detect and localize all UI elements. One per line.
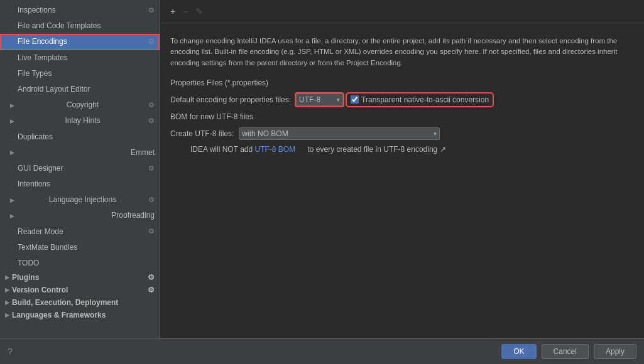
sidebar-item-label: GUI Designer [18, 163, 63, 174]
sidebar-item-label: Live Templates [18, 52, 68, 64]
info-text: To change encoding IntelliJ IDEA uses fo… [170, 36, 634, 68]
edit-button[interactable]: ✎ [193, 5, 205, 18]
sidebar-item-todo[interactable]: TODO [0, 255, 160, 271]
content-area: To change encoding IntelliJ IDEA uses fo… [160, 23, 644, 338]
sidebar-item-label: File Types [18, 68, 52, 80]
cancel-button[interactable]: Cancel [542, 344, 589, 359]
settings-icon: ⚙ [148, 226, 155, 237]
ok-button[interactable]: OK [501, 344, 536, 359]
idea-note-prefix: IDEA will NOT add [190, 145, 254, 154]
encoding-select[interactable]: UTF-8 ISO-8859-1 windows-1252 UTF-16 [296, 94, 343, 106]
expand-arrow: ▶ [10, 196, 14, 205]
sidebar-item-label: TODO [18, 257, 39, 269]
bom-select[interactable]: with NO BOM with BOM with BOM (recommend… [239, 127, 440, 140]
sidebar-group-plugins[interactable]: ▶ Plugins ⚙ [0, 271, 160, 284]
create-row: Create UTF-8 files: with NO BOM with BOM… [170, 127, 634, 140]
remove-button[interactable]: − [180, 5, 190, 18]
sidebar-item-label: Reader Mode [18, 226, 63, 238]
sidebar-item-android-layout-editor[interactable]: Android Layout Editor [0, 82, 160, 97]
settings-icon: ⚙ [148, 5, 155, 16]
settings-dialog: Inspections ⚙ File and Code Templates Fi… [0, 0, 644, 364]
expand-arrow: ▶ [10, 148, 14, 157]
sidebar-item-label: Duplicates [18, 131, 53, 143]
help-icon[interactable]: ? [8, 346, 13, 356]
toolbar: + − ✎ [160, 0, 644, 23]
group-label: Build, Execution, Deployment [12, 298, 118, 307]
sidebar-item-inspections[interactable]: Inspections ⚙ [0, 3, 160, 18]
sidebar-item-gui-designer[interactable]: GUI Designer ⚙ [0, 161, 160, 176]
expand-arrow: ▶ [5, 312, 9, 318]
expand-arrow: ▶ [5, 299, 9, 306]
transparent-checkbox-group: Transparent native-to-ascii conversion [348, 95, 491, 105]
sidebar-item-label: Android Layout Editor [18, 83, 90, 95]
expand-arrow: ▶ [10, 101, 14, 110]
bom-section-title: BOM for new UTF-8 files [170, 112, 634, 121]
utf8-bom-link[interactable]: UTF-8 BOM [254, 145, 295, 154]
settings-icon: ⚙ [148, 115, 155, 127]
sidebar: Inspections ⚙ File and Code Templates Fi… [0, 0, 160, 338]
transparent-checkbox-label: Transparent native-to-ascii conversion [361, 95, 489, 104]
settings-icon: ⚙ [148, 163, 155, 174]
dialog-body: Inspections ⚙ File and Code Templates Fi… [0, 0, 644, 338]
sidebar-item-label: Emmet [131, 147, 155, 159]
add-button[interactable]: + [168, 5, 178, 18]
expand-arrow: ▶ [10, 211, 14, 220]
sidebar-item-reader-mode[interactable]: Reader Mode ⚙ [0, 224, 160, 240]
group-label: Version Control [12, 286, 68, 294]
expand-arrow: ▶ [10, 117, 14, 126]
group-label: Languages & Frameworks [12, 311, 106, 319]
sidebar-group-languages-frameworks[interactable]: ▶ Languages & Frameworks [0, 309, 160, 321]
settings-icon: ⚙ [148, 195, 155, 206]
create-label: Create UTF-8 files: [170, 129, 234, 138]
sidebar-item-emmet[interactable]: ▶ Emmet [0, 145, 160, 161]
sidebar-item-copyright[interactable]: ▶ Copyright ⚙ [0, 97, 160, 113]
main-content: + − ✎ To change encoding IntelliJ IDEA u… [160, 0, 644, 338]
sidebar-item-label: File and Code Templates [18, 20, 101, 32]
settings-icon: ⚙ [148, 273, 155, 282]
sidebar-item-duplicates[interactable]: Duplicates [0, 129, 160, 145]
sidebar-item-file-and-code-templates[interactable]: File and Code Templates [0, 18, 160, 34]
settings-icon: ⚙ [148, 36, 155, 48]
settings-icon: ⚙ [148, 286, 155, 294]
sidebar-item-file-encodings[interactable]: File Encodings ⚙ [0, 34, 160, 50]
default-encoding-label: Default encoding for properties files: [170, 95, 291, 104]
sidebar-item-file-types[interactable]: File Types [0, 66, 160, 82]
group-label: Plugins [12, 273, 39, 282]
bom-select-wrapper: with NO BOM with BOM with BOM (recommend… [239, 127, 440, 140]
encoding-select-wrapper: UTF-8 ISO-8859-1 windows-1252 UTF-16 ▼ [296, 94, 343, 106]
idea-note: IDEA will NOT add UTF-8 BOM to every cre… [180, 145, 634, 154]
sidebar-item-label: Language Injections [49, 194, 116, 206]
apply-button[interactable]: Apply [594, 344, 636, 359]
sidebar-item-language-injections[interactable]: ▶ Language Injections ⚙ [0, 192, 160, 208]
sidebar-item-label: Intentions [18, 178, 50, 190]
sidebar-item-textmate-bundles[interactable]: TextMate Bundles [0, 240, 160, 255]
transparent-checkbox[interactable] [351, 95, 359, 104]
expand-arrow: ▶ [5, 274, 9, 281]
properties-section-title: Properties Files (*.properties) [170, 78, 634, 87]
expand-arrow: ▶ [5, 287, 9, 293]
sidebar-item-label: Proofreading [111, 210, 155, 222]
idea-note-suffix: to every created file in UTF-8 encoding … [305, 145, 445, 154]
sidebar-item-live-templates[interactable]: Live Templates [0, 50, 160, 66]
sidebar-item-inlay-hints[interactable]: ▶ Inlay Hints ⚙ [0, 113, 160, 129]
settings-icon: ⚙ [148, 100, 155, 111]
sidebar-item-label: File Encodings [18, 36, 67, 48]
sidebar-item-label: Inspections [18, 4, 56, 16]
sidebar-item-label: Copyright [67, 99, 99, 111]
sidebar-item-proofreading[interactable]: ▶ Proofreading [0, 208, 160, 223]
sidebar-group-build-execution-deployment[interactable]: ▶ Build, Execution, Deployment [0, 296, 160, 309]
sidebar-item-label: Inlay Hints [65, 115, 100, 127]
sidebar-group-version-control[interactable]: ▶ Version Control ⚙ [0, 284, 160, 296]
encoding-form-row: Default encoding for properties files: U… [170, 94, 634, 106]
dialog-footer: ? OK Cancel Apply [0, 338, 644, 364]
sidebar-item-intentions[interactable]: Intentions [0, 176, 160, 192]
sidebar-item-label: TextMate Bundles [18, 242, 77, 254]
